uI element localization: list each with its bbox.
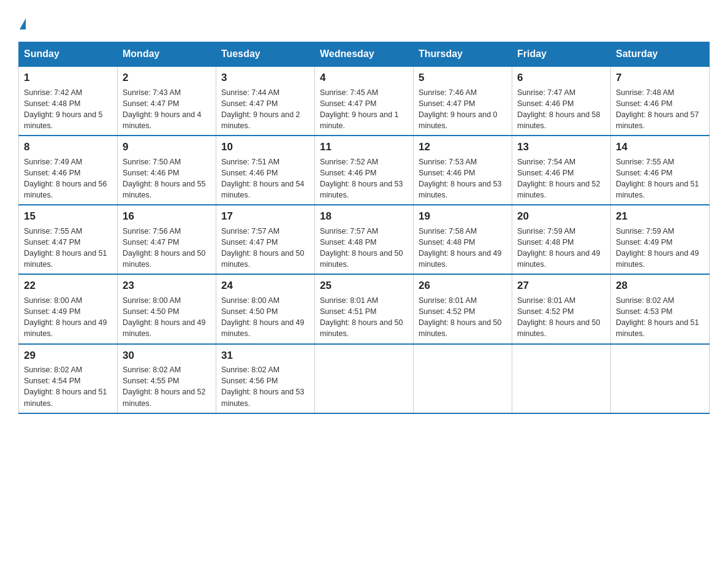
week-row-4: 22 Sunrise: 8:00 AMSunset: 4:49 PMDaylig… xyxy=(19,274,710,343)
day-info: Sunrise: 8:01 AMSunset: 4:52 PMDaylight:… xyxy=(517,295,605,340)
day-number: 17 xyxy=(221,209,309,224)
day-cell-5: 5 Sunrise: 7:46 AMSunset: 4:47 PMDayligh… xyxy=(414,66,512,136)
day-number: 19 xyxy=(419,209,507,224)
day-info: Sunrise: 7:59 AMSunset: 4:49 PMDaylight:… xyxy=(616,226,704,270)
day-cell-26: 26 Sunrise: 8:01 AMSunset: 4:52 PMDaylig… xyxy=(414,274,512,343)
day-info: Sunrise: 7:57 AMSunset: 4:48 PMDaylight:… xyxy=(320,226,408,270)
day-info: Sunrise: 8:00 AMSunset: 4:50 PMDaylight:… xyxy=(221,295,309,340)
day-info: Sunrise: 8:02 AMSunset: 4:54 PMDaylight:… xyxy=(24,364,112,409)
week-row-3: 15 Sunrise: 7:55 AMSunset: 4:47 PMDaylig… xyxy=(19,205,710,274)
day-number: 18 xyxy=(320,209,408,224)
day-cell-28: 28 Sunrise: 8:02 AMSunset: 4:53 PMDaylig… xyxy=(611,274,710,343)
day-cell-7: 7 Sunrise: 7:48 AMSunset: 4:46 PMDayligh… xyxy=(611,66,710,136)
day-info: Sunrise: 7:46 AMSunset: 4:47 PMDaylight:… xyxy=(419,87,507,132)
day-info: Sunrise: 7:44 AMSunset: 4:47 PMDaylight:… xyxy=(221,87,309,132)
day-info: Sunrise: 7:59 AMSunset: 4:48 PMDaylight:… xyxy=(517,226,605,270)
day-number: 12 xyxy=(419,140,507,155)
day-number: 11 xyxy=(320,140,408,155)
week-row-5: 29 Sunrise: 8:02 AMSunset: 4:54 PMDaylig… xyxy=(19,344,710,413)
day-cell-3: 3 Sunrise: 7:44 AMSunset: 4:47 PMDayligh… xyxy=(216,66,315,136)
weekday-header-saturday: Saturday xyxy=(611,42,710,67)
day-number: 5 xyxy=(419,71,507,86)
weekday-header-thursday: Thursday xyxy=(414,42,512,67)
day-number: 1 xyxy=(24,71,112,86)
day-cell-6: 6 Sunrise: 7:47 AMSunset: 4:46 PMDayligh… xyxy=(512,66,611,136)
day-number: 26 xyxy=(419,278,507,294)
day-number: 20 xyxy=(517,209,605,224)
day-info: Sunrise: 7:58 AMSunset: 4:48 PMDaylight:… xyxy=(419,226,507,270)
day-number: 16 xyxy=(123,209,211,224)
day-info: Sunrise: 7:49 AMSunset: 4:46 PMDaylight:… xyxy=(24,156,112,201)
logo-top-line xyxy=(18,12,26,29)
day-cell-empty xyxy=(611,344,710,413)
week-row-1: 1 Sunrise: 7:42 AMSunset: 4:48 PMDayligh… xyxy=(19,66,710,136)
day-number: 15 xyxy=(24,209,112,224)
day-cell-2: 2 Sunrise: 7:43 AMSunset: 4:47 PMDayligh… xyxy=(118,66,216,136)
logo xyxy=(18,12,26,29)
day-number: 14 xyxy=(616,140,704,155)
day-cell-empty xyxy=(315,344,414,413)
day-info: Sunrise: 7:55 AMSunset: 4:46 PMDaylight:… xyxy=(616,156,704,201)
day-number: 7 xyxy=(616,71,704,86)
day-number: 23 xyxy=(123,278,211,294)
day-cell-15: 15 Sunrise: 7:55 AMSunset: 4:47 PMDaylig… xyxy=(19,205,118,274)
day-cell-25: 25 Sunrise: 8:01 AMSunset: 4:51 PMDaylig… xyxy=(315,274,414,343)
day-cell-12: 12 Sunrise: 7:53 AMSunset: 4:46 PMDaylig… xyxy=(414,136,512,205)
page-header xyxy=(18,12,710,29)
day-info: Sunrise: 7:42 AMSunset: 4:48 PMDaylight:… xyxy=(24,87,112,132)
day-cell-4: 4 Sunrise: 7:45 AMSunset: 4:47 PMDayligh… xyxy=(315,66,414,136)
day-number: 24 xyxy=(221,278,309,294)
weekday-header-row: SundayMondayTuesdayWednesdayThursdayFrid… xyxy=(19,42,710,67)
day-number: 27 xyxy=(517,278,605,294)
day-cell-8: 8 Sunrise: 7:49 AMSunset: 4:46 PMDayligh… xyxy=(19,136,118,205)
day-cell-23: 23 Sunrise: 8:00 AMSunset: 4:50 PMDaylig… xyxy=(118,274,216,343)
day-info: Sunrise: 8:00 AMSunset: 4:49 PMDaylight:… xyxy=(24,295,112,340)
day-cell-16: 16 Sunrise: 7:56 AMSunset: 4:47 PMDaylig… xyxy=(118,205,216,274)
day-cell-29: 29 Sunrise: 8:02 AMSunset: 4:54 PMDaylig… xyxy=(19,344,118,413)
day-number: 4 xyxy=(320,71,408,86)
day-number: 13 xyxy=(517,140,605,155)
day-number: 3 xyxy=(221,71,309,86)
day-info: Sunrise: 7:51 AMSunset: 4:46 PMDaylight:… xyxy=(221,156,309,201)
day-cell-13: 13 Sunrise: 7:54 AMSunset: 4:46 PMDaylig… xyxy=(512,136,611,205)
day-cell-17: 17 Sunrise: 7:57 AMSunset: 4:47 PMDaylig… xyxy=(216,205,315,274)
day-info: Sunrise: 7:53 AMSunset: 4:46 PMDaylight:… xyxy=(419,156,507,201)
day-number: 10 xyxy=(221,140,309,155)
day-number: 2 xyxy=(123,71,211,86)
day-cell-27: 27 Sunrise: 8:01 AMSunset: 4:52 PMDaylig… xyxy=(512,274,611,343)
day-info: Sunrise: 8:02 AMSunset: 4:56 PMDaylight:… xyxy=(221,364,309,409)
day-info: Sunrise: 7:56 AMSunset: 4:47 PMDaylight:… xyxy=(123,226,211,270)
day-cell-9: 9 Sunrise: 7:50 AMSunset: 4:46 PMDayligh… xyxy=(118,136,216,205)
day-number: 29 xyxy=(24,348,112,364)
day-cell-31: 31 Sunrise: 8:02 AMSunset: 4:56 PMDaylig… xyxy=(216,344,315,413)
day-number: 6 xyxy=(517,71,605,86)
day-info: Sunrise: 7:50 AMSunset: 4:46 PMDaylight:… xyxy=(123,156,211,201)
day-info: Sunrise: 8:02 AMSunset: 4:53 PMDaylight:… xyxy=(616,295,704,340)
day-info: Sunrise: 7:54 AMSunset: 4:46 PMDaylight:… xyxy=(517,156,605,201)
logo-triangle-icon xyxy=(20,18,26,29)
day-cell-21: 21 Sunrise: 7:59 AMSunset: 4:49 PMDaylig… xyxy=(611,205,710,274)
day-info: Sunrise: 7:45 AMSunset: 4:47 PMDaylight:… xyxy=(320,87,408,132)
day-number: 22 xyxy=(24,278,112,294)
day-number: 21 xyxy=(616,209,704,224)
day-info: Sunrise: 7:47 AMSunset: 4:46 PMDaylight:… xyxy=(517,87,605,132)
day-number: 28 xyxy=(616,278,704,294)
day-cell-30: 30 Sunrise: 8:02 AMSunset: 4:55 PMDaylig… xyxy=(118,344,216,413)
day-cell-14: 14 Sunrise: 7:55 AMSunset: 4:46 PMDaylig… xyxy=(611,136,710,205)
day-cell-24: 24 Sunrise: 8:00 AMSunset: 4:50 PMDaylig… xyxy=(216,274,315,343)
day-cell-10: 10 Sunrise: 7:51 AMSunset: 4:46 PMDaylig… xyxy=(216,136,315,205)
day-cell-empty xyxy=(414,344,512,413)
weekday-header-tuesday: Tuesday xyxy=(216,42,315,67)
day-number: 30 xyxy=(123,348,211,364)
weekday-header-sunday: Sunday xyxy=(19,42,118,67)
weekday-header-friday: Friday xyxy=(512,42,611,67)
day-number: 9 xyxy=(123,140,211,155)
day-info: Sunrise: 7:55 AMSunset: 4:47 PMDaylight:… xyxy=(24,226,112,270)
day-number: 25 xyxy=(320,278,408,294)
day-number: 31 xyxy=(221,348,309,364)
day-cell-19: 19 Sunrise: 7:58 AMSunset: 4:48 PMDaylig… xyxy=(414,205,512,274)
day-number: 8 xyxy=(24,140,112,155)
weekday-header-monday: Monday xyxy=(118,42,216,67)
calendar-table: SundayMondayTuesdayWednesdayThursdayFrid… xyxy=(18,42,710,414)
day-info: Sunrise: 7:52 AMSunset: 4:46 PMDaylight:… xyxy=(320,156,408,201)
